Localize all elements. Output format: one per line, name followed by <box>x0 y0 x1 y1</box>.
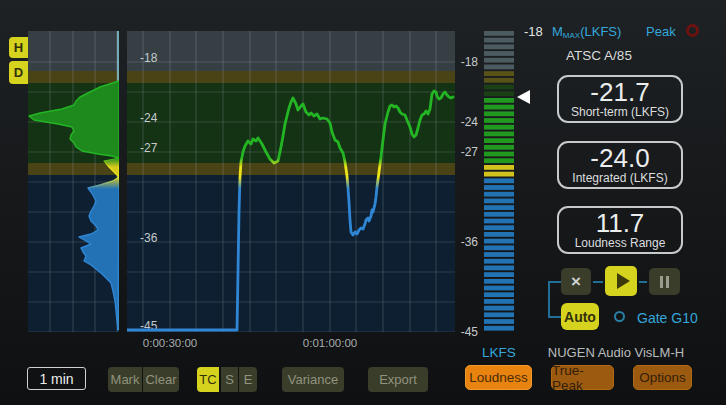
true-peak-page-label: True-Peak <box>552 363 613 393</box>
s-mode-label: S <box>225 372 234 387</box>
transport-connector-dash-1 <box>593 281 603 283</box>
play-button[interactable] <box>605 266 637 296</box>
true-peak-page-button[interactable]: True-Peak <box>551 365 614 390</box>
histogram-toggle-button[interactable]: H <box>9 37 28 58</box>
integrated-value: -24.0 <box>590 145 649 171</box>
export-button-label: Export <box>379 372 417 387</box>
options-page-label: Options <box>639 370 686 385</box>
distribution-toggle-label: D <box>14 65 23 80</box>
transport-connector-vertical <box>548 281 550 318</box>
transport-connector-stub-bottom <box>548 316 561 318</box>
short-term-label: Short-term (LKFS) <box>571 105 669 119</box>
meter-tick--27: -27 <box>448 144 478 160</box>
transport-connector-stub-top <box>548 281 561 283</box>
vislm-plugin-window: H D -18-24-27-36-45 0:00:30:00 0:01:00:0… <box>0 0 726 405</box>
tc-mode-label: TC <box>199 372 216 387</box>
mmax-rest: (LKFS) <box>580 24 621 39</box>
export-button[interactable]: Export <box>368 367 428 392</box>
meter-unit-label: LKFS <box>479 345 519 360</box>
svg-text:-18: -18 <box>140 51 158 65</box>
pause-button[interactable] <box>649 268 680 295</box>
meter-pointer-icon <box>517 90 530 104</box>
pause-icon <box>660 276 663 288</box>
loudness-range-readout: 11.7 Loudness Range <box>557 206 683 254</box>
loudness-page-button[interactable]: Loudness <box>465 365 532 390</box>
clear-button[interactable]: Clear <box>143 367 179 392</box>
mmax-label[interactable]: MMAX(LKFS) <box>552 24 621 40</box>
play-icon <box>617 273 630 289</box>
gate-radio-icon[interactable] <box>614 311 625 322</box>
loudness-range-label: Loudness Range <box>575 236 666 250</box>
short-term-value: -21.7 <box>590 79 649 105</box>
mmax-value: -18 <box>524 24 543 39</box>
short-term-readout: -21.7 Short-term (LKFS) <box>557 75 683 123</box>
peak-label: Peak <box>646 24 676 39</box>
lkfs-level-meter <box>484 31 514 332</box>
tc-mode-button[interactable]: TC <box>197 367 219 392</box>
svg-text:-27: -27 <box>140 141 158 155</box>
preset-label[interactable]: ATSC A/85 <box>520 48 678 63</box>
e-mode-button[interactable]: E <box>239 367 257 392</box>
svg-text:-36: -36 <box>140 231 158 245</box>
loudness-history-graph: -18-24-27-36-45 <box>127 31 455 332</box>
close-icon: × <box>571 272 581 292</box>
clear-button-label: Clear <box>145 372 176 387</box>
meter-tick--24: -24 <box>448 114 478 130</box>
peak-led-icon[interactable] <box>686 24 699 37</box>
options-page-button[interactable]: Options <box>633 365 692 390</box>
svg-text:-24: -24 <box>140 111 158 125</box>
mark-button[interactable]: Mark <box>108 367 142 392</box>
variance-button-label: Variance <box>288 372 338 387</box>
mmax-sub: MAX <box>563 31 580 40</box>
branding-label: NUGEN Audio VisLM-H <box>536 345 696 360</box>
meter-tick--45: -45 <box>448 324 478 340</box>
variance-button[interactable]: Variance <box>282 367 344 392</box>
integrated-readout: -24.0 Integrated (LKFS) <box>557 141 683 189</box>
history-window-select[interactable]: 1 min <box>27 367 86 390</box>
reset-button[interactable]: × <box>561 268 591 295</box>
histogram-toggle-label: H <box>14 40 23 55</box>
e-mode-label: E <box>244 372 253 387</box>
meter-tick--18: -18 <box>448 54 478 70</box>
meter-tick--36: -36 <box>448 234 478 250</box>
auto-button-label: Auto <box>564 309 596 325</box>
mark-button-label: Mark <box>111 372 140 387</box>
s-mode-button[interactable]: S <box>221 367 238 392</box>
loudness-distribution-histogram <box>28 31 119 332</box>
mmax-main: M <box>552 24 563 39</box>
history-window-value: 1 min <box>39 371 73 387</box>
timecode-label-30s: 0:00:30:00 <box>125 337 215 349</box>
auto-button[interactable]: Auto <box>561 303 599 330</box>
distribution-toggle-button[interactable]: D <box>9 61 28 84</box>
loudness-range-value: 11.7 <box>596 210 645 236</box>
loudness-page-label: Loudness <box>469 370 528 385</box>
transport-connector-dash-2 <box>639 281 647 283</box>
timecode-label-1min: 0:01:00:00 <box>285 337 375 349</box>
gate-label[interactable]: Gate G10 <box>637 310 698 326</box>
integrated-label: Integrated (LKFS) <box>572 171 667 185</box>
